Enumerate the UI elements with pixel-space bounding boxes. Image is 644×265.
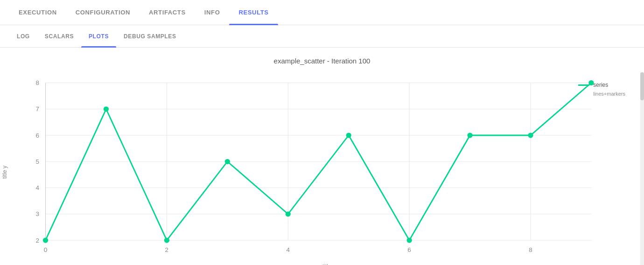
svg-text:4: 4: [286, 246, 290, 253]
svg-text:2: 2: [35, 237, 39, 244]
tab-results[interactable]: RESULTS: [229, 0, 278, 25]
sub-tab-debug-samples[interactable]: DEBUG SAMPLES: [116, 25, 183, 48]
tab-execution[interactable]: EXECUTION: [9, 0, 66, 25]
scatter-chart[interactable]: 8 7 6 5 4 3 2 0 2 4 6 8: [14, 72, 644, 261]
svg-point-32: [528, 132, 533, 138]
x-axis-label: title x: [14, 261, 644, 265]
svg-text:7: 7: [35, 105, 39, 112]
svg-text:8: 8: [35, 79, 39, 86]
svg-point-26: [164, 237, 169, 243]
legend-item-mode: lines+markers: [578, 91, 625, 97]
chart-scrollbar[interactable]: [640, 72, 644, 265]
svg-point-24: [43, 237, 48, 243]
svg-point-28: [286, 211, 291, 216]
svg-text:3: 3: [35, 210, 39, 217]
tab-execution-label: EXECUTION: [19, 9, 57, 16]
svg-point-29: [346, 132, 351, 138]
svg-text:0: 0: [44, 246, 48, 253]
chart-container: example_scatter - Iteration 100 title y: [0, 48, 644, 265]
chart-wrapper: title y: [0, 72, 644, 265]
sub-tab-plots[interactable]: PLOTS: [81, 25, 116, 48]
svg-text:8: 8: [529, 246, 532, 253]
chart-legend: series lines+markers: [578, 82, 625, 97]
tab-artifacts[interactable]: ARTIFACTS: [140, 0, 195, 25]
svg-text:2: 2: [165, 246, 169, 253]
tab-configuration[interactable]: CONFIGURATION: [66, 0, 140, 25]
sub-tab-plots-label: PLOTS: [89, 33, 109, 40]
chart-inner: 8 7 6 5 4 3 2 0 2 4 6 8: [14, 72, 644, 265]
tab-configuration-label: CONFIGURATION: [76, 9, 130, 16]
sub-navigation: LOG SCALARS PLOTS DEBUG SAMPLES: [0, 25, 644, 48]
tab-results-label: RESULTS: [238, 9, 268, 16]
svg-point-30: [407, 237, 412, 243]
legend-item-series: series: [578, 82, 625, 88]
sub-tab-scalars[interactable]: SCALARS: [37, 25, 81, 48]
svg-text:4: 4: [35, 184, 39, 191]
sub-tab-scalars-label: SCALARS: [45, 33, 74, 40]
svg-point-25: [104, 106, 109, 112]
scrollbar-thumb[interactable]: [640, 72, 644, 100]
tab-info[interactable]: INFO: [195, 0, 230, 25]
legend-series-label: series: [593, 82, 608, 88]
tab-info-label: INFO: [204, 9, 220, 16]
sub-tab-log-label: LOG: [17, 33, 30, 40]
svg-point-31: [467, 132, 472, 138]
legend-color-series: [578, 84, 589, 86]
svg-text:5: 5: [35, 158, 39, 165]
tab-artifacts-label: ARTIFACTS: [149, 9, 186, 16]
sub-tab-log[interactable]: LOG: [9, 25, 37, 48]
top-navigation: EXECUTION CONFIGURATION ARTIFACTS INFO R…: [0, 0, 644, 25]
sub-tab-debug-samples-label: DEBUG SAMPLES: [124, 33, 176, 40]
svg-text:6: 6: [35, 132, 39, 139]
svg-text:6: 6: [407, 246, 411, 253]
chart-title: example_scatter - Iteration 100: [274, 57, 371, 65]
legend-mode-label: lines+markers: [593, 91, 625, 97]
y-axis-label: title y: [0, 72, 14, 265]
svg-point-27: [225, 159, 230, 164]
